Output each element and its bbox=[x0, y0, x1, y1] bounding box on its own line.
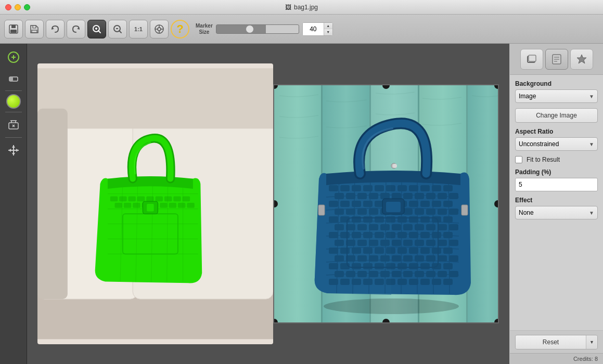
marker-down-button[interactable]: ▼ bbox=[324, 29, 332, 35]
svg-rect-69 bbox=[468, 85, 498, 322]
svg-rect-161 bbox=[352, 248, 361, 254]
marker-size-input[interactable]: 40 bbox=[303, 23, 324, 35]
save-file-button[interactable] bbox=[25, 20, 44, 38]
svg-rect-170 bbox=[335, 255, 344, 262]
svg-rect-47 bbox=[173, 197, 181, 202]
zoom-out-button[interactable] bbox=[108, 20, 127, 38]
svg-rect-89 bbox=[415, 193, 424, 199]
padding-input[interactable]: 5 bbox=[516, 178, 598, 191]
aspect-ratio-dropdown[interactable]: Unconstrained ▼ bbox=[515, 137, 598, 151]
marker-up-button[interactable]: ▲ bbox=[324, 23, 332, 29]
svg-rect-119 bbox=[375, 216, 384, 223]
svg-rect-199 bbox=[415, 271, 424, 277]
svg-rect-181 bbox=[329, 263, 338, 269]
marker-size-label2: Size bbox=[199, 29, 209, 35]
color-swatch[interactable] bbox=[6, 94, 21, 109]
background-type-value: Image bbox=[519, 93, 536, 100]
panel-tab-1-button[interactable] bbox=[520, 49, 543, 70]
svg-rect-194 bbox=[357, 271, 367, 277]
change-image-button[interactable]: Change Image bbox=[515, 108, 598, 123]
maximize-button[interactable] bbox=[24, 4, 30, 10]
zoom-in-button[interactable] bbox=[87, 20, 106, 38]
svg-rect-158 bbox=[449, 240, 458, 246]
svg-rect-192 bbox=[335, 271, 344, 277]
fit-to-result-label: Fit to Result bbox=[527, 156, 560, 163]
svg-rect-222 bbox=[529, 55, 536, 61]
right-panel: ↓ bbox=[509, 44, 603, 364]
svg-rect-61 bbox=[274, 85, 321, 322]
svg-rect-151 bbox=[369, 240, 378, 246]
panel-tab-3-button[interactable] bbox=[570, 49, 593, 70]
panel-tab-2-button[interactable] bbox=[545, 49, 568, 70]
minimize-button[interactable] bbox=[15, 4, 21, 10]
zoom-fit-button[interactable] bbox=[150, 20, 169, 38]
svg-rect-129 bbox=[369, 224, 378, 230]
close-button[interactable] bbox=[5, 4, 11, 10]
svg-rect-185 bbox=[375, 263, 384, 269]
erase-tool-button[interactable] bbox=[4, 69, 23, 87]
reset-dropdown-button[interactable]: ▼ bbox=[586, 335, 597, 349]
svg-rect-106 bbox=[357, 209, 367, 215]
svg-rect-160 bbox=[340, 248, 350, 254]
zoom-100-button[interactable]: 1:1 bbox=[129, 20, 148, 38]
fit-to-result-checkbox[interactable] bbox=[515, 156, 522, 163]
svg-rect-196 bbox=[380, 271, 390, 277]
svg-rect-163 bbox=[375, 248, 384, 254]
help-button[interactable]: ? bbox=[171, 20, 189, 38]
handle-bottom-center[interactable] bbox=[382, 319, 390, 323]
preview-panel bbox=[273, 84, 499, 323]
svg-rect-94 bbox=[340, 201, 350, 207]
aspect-ratio-section: Aspect Ratio Unconstrained ▼ bbox=[515, 128, 598, 151]
svg-rect-90 bbox=[426, 193, 435, 199]
effect-dropdown[interactable]: None ▼ bbox=[515, 206, 598, 219]
svg-rect-121 bbox=[397, 216, 407, 223]
svg-rect-197 bbox=[392, 271, 401, 277]
window-controls bbox=[5, 4, 30, 10]
fit-to-result-row: Fit to Result bbox=[515, 156, 598, 163]
original-image-panel bbox=[37, 63, 273, 344]
reset-button[interactable]: Reset bbox=[516, 335, 586, 349]
svg-rect-200 bbox=[426, 271, 435, 277]
svg-rect-174 bbox=[380, 255, 390, 262]
svg-rect-219 bbox=[318, 205, 325, 215]
svg-rect-145 bbox=[420, 232, 430, 238]
svg-rect-141 bbox=[375, 232, 384, 238]
svg-rect-213 bbox=[443, 279, 453, 285]
svg-rect-114 bbox=[449, 209, 458, 215]
svg-rect-211 bbox=[420, 279, 430, 285]
svg-rect-104 bbox=[335, 209, 344, 215]
svg-rect-142 bbox=[386, 232, 395, 238]
add-tool-button[interactable] bbox=[4, 48, 23, 67]
handle-middle-right[interactable] bbox=[494, 200, 499, 207]
svg-rect-176 bbox=[403, 255, 413, 262]
svg-rect-187 bbox=[397, 263, 407, 269]
svg-rect-133 bbox=[415, 224, 424, 230]
svg-rect-2 bbox=[10, 30, 17, 33]
background-type-dropdown[interactable]: Image ▼ bbox=[515, 89, 598, 103]
save-project-button[interactable] bbox=[4, 20, 23, 38]
tool-separator3 bbox=[5, 137, 22, 138]
svg-rect-60 bbox=[147, 204, 153, 211]
svg-rect-198 bbox=[403, 271, 413, 277]
svg-rect-86 bbox=[380, 193, 390, 199]
svg-rect-191 bbox=[443, 263, 453, 269]
svg-rect-183 bbox=[352, 263, 361, 269]
svg-rect-178 bbox=[426, 255, 435, 262]
undo-button[interactable] bbox=[46, 20, 65, 38]
marker-size-slider[interactable] bbox=[216, 24, 299, 34]
svg-rect-179 bbox=[438, 255, 447, 262]
svg-rect-54 bbox=[160, 203, 167, 208]
reset-button-group: Reset ▼ bbox=[515, 335, 598, 349]
svg-rect-155 bbox=[415, 240, 424, 246]
svg-rect-172 bbox=[357, 255, 367, 262]
title-bar: 🖼 bag1.jpg bbox=[0, 0, 603, 15]
preview-background bbox=[274, 85, 498, 322]
redo-button[interactable] bbox=[67, 20, 85, 38]
svg-rect-168 bbox=[432, 248, 441, 254]
svg-rect-76 bbox=[386, 185, 395, 191]
handle-bottom-right[interactable] bbox=[494, 319, 499, 323]
move-tool-button[interactable] bbox=[4, 141, 23, 160]
title-icon: 🖼 bbox=[285, 4, 291, 11]
svg-rect-209 bbox=[397, 279, 407, 285]
clear-tool-button[interactable] bbox=[4, 115, 23, 134]
